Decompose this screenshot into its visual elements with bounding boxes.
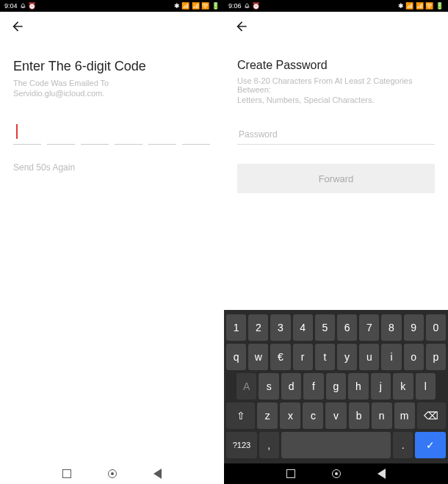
key-0[interactable]: 0: [426, 314, 446, 341]
key-4[interactable]: 4: [293, 314, 313, 341]
subtitle-line2: Servidio.glu@icloud.com.: [13, 89, 211, 98]
status-time: 9:06: [228, 2, 242, 10]
key-u[interactable]: u: [359, 344, 379, 370]
key-b[interactable]: b: [349, 402, 369, 429]
key-i[interactable]: i: [381, 344, 401, 370]
phone-right: 9:06 🕭 ⏰ ✱ 📶 📶 🛜 🔋 Create Password Use 8…: [224, 0, 448, 484]
nav-home[interactable]: [108, 469, 117, 478]
top-bar: [224, 12, 448, 41]
code-input[interactable]: [13, 120, 211, 145]
nav-bar: [0, 463, 224, 484]
key-n[interactable]: n: [372, 402, 392, 429]
subtitle-line2: Letters, Numbers, Special Characters.: [237, 95, 435, 104]
code-digit-4[interactable]: [115, 120, 142, 145]
resend-text[interactable]: Send 50s Again: [13, 162, 211, 173]
code-digit-5[interactable]: [148, 120, 176, 145]
status-time: 9:04: [4, 2, 18, 10]
key-comma[interactable]: ,: [259, 432, 279, 458]
key-9[interactable]: 9: [404, 314, 424, 341]
arrow-left-icon: [234, 19, 249, 34]
code-digit-2[interactable]: [47, 120, 75, 145]
key-euro[interactable]: €: [270, 344, 290, 370]
key-7[interactable]: 7: [359, 314, 379, 341]
code-digit-3[interactable]: [81, 120, 109, 145]
key-c[interactable]: c: [303, 402, 323, 429]
arrow-left-icon: [10, 19, 25, 34]
page-title: Create Password: [237, 59, 435, 72]
subtitle-line1: Use 8-20 Characters From At Least 2 Cate…: [237, 76, 435, 94]
key-g[interactable]: g: [326, 373, 346, 400]
key-t[interactable]: t: [315, 344, 335, 370]
key-6[interactable]: 6: [337, 314, 357, 341]
key-5[interactable]: 5: [315, 314, 335, 341]
keyboard: 1 2 3 4 5 6 7 8 9 0 q w € r t y u i o p …: [224, 310, 448, 463]
key-1[interactable]: 1: [226, 314, 246, 341]
key-p[interactable]: p: [426, 344, 446, 370]
key-o[interactable]: o: [404, 344, 424, 370]
key-enter[interactable]: ✓: [415, 432, 446, 458]
key-8[interactable]: 8: [381, 314, 401, 341]
status-icons-right: ✱ 📶 📶 🛜 🔋: [174, 2, 220, 10]
key-d[interactable]: d: [281, 373, 301, 400]
status-bar: 9:04 🕭 ⏰ ✱ 📶 📶 🛜 🔋: [0, 0, 224, 12]
keyboard-row-3: A s d f g h j k l: [226, 373, 446, 400]
nav-back[interactable]: [153, 469, 162, 479]
key-shift[interactable]: ⇧: [226, 402, 255, 429]
key-l[interactable]: l: [416, 373, 436, 400]
code-digit-1[interactable]: [13, 120, 41, 145]
password-input[interactable]: [237, 125, 435, 145]
back-button[interactable]: [9, 18, 26, 35]
key-w[interactable]: w: [248, 344, 268, 370]
nav-back[interactable]: [377, 469, 386, 479]
key-space[interactable]: [281, 432, 391, 458]
code-digit-6[interactable]: [182, 120, 210, 145]
nav-recent[interactable]: [286, 469, 295, 478]
status-icons-left: 🕭 ⏰: [20, 2, 37, 10]
key-r[interactable]: r: [293, 344, 313, 370]
key-f[interactable]: f: [303, 373, 323, 400]
key-v[interactable]: v: [325, 402, 346, 429]
key-3[interactable]: 3: [270, 314, 290, 341]
key-x[interactable]: x: [280, 402, 300, 429]
nav-bar: [224, 463, 448, 484]
nav-recent[interactable]: [62, 469, 71, 478]
key-backspace[interactable]: ⌫: [417, 402, 446, 429]
key-period[interactable]: .: [393, 432, 413, 458]
key-z[interactable]: z: [257, 402, 278, 429]
status-icons-left: 🕭 ⏰: [244, 2, 261, 10]
key-a-caps[interactable]: A: [236, 373, 256, 400]
nav-home[interactable]: [332, 469, 341, 478]
back-button[interactable]: [233, 18, 250, 35]
phone-left: 9:04 🕭 ⏰ ✱ 📶 📶 🛜 🔋 Enter The 6-digit Cod…: [0, 0, 224, 484]
keyboard-row-4: ⇧ z x c v b n m ⌫: [226, 402, 446, 429]
page-title: Enter The 6-digit Code: [13, 59, 211, 74]
status-icons-right: ✱ 📶 📶 🛜 🔋: [398, 2, 444, 10]
forward-button[interactable]: Forward: [237, 164, 435, 193]
keyboard-row-1: 1 2 3 4 5 6 7 8 9 0: [226, 314, 446, 341]
key-m[interactable]: m: [394, 402, 415, 429]
keyboard-row-2: q w € r t y u i o p: [226, 344, 446, 370]
key-j[interactable]: j: [371, 373, 391, 400]
key-q[interactable]: q: [226, 344, 246, 370]
key-y[interactable]: y: [337, 344, 357, 370]
key-k[interactable]: k: [393, 373, 413, 400]
subtitle-line1: The Code Was Emailed To: [13, 79, 211, 87]
content-left: Enter The 6-digit Code The Code Was Emai…: [0, 41, 224, 484]
password-field-wrap: [237, 125, 435, 145]
status-bar: 9:06 🕭 ⏰ ✱ 📶 📶 🛜 🔋: [224, 0, 448, 12]
key-2[interactable]: 2: [248, 314, 268, 341]
key-h[interactable]: h: [348, 373, 368, 400]
key-symbols[interactable]: ?123: [226, 432, 257, 458]
forward-label: Forward: [319, 173, 354, 184]
top-bar: [0, 12, 224, 41]
keyboard-row-5: ?123 , . ✓: [226, 432, 446, 458]
key-s[interactable]: s: [259, 373, 278, 400]
